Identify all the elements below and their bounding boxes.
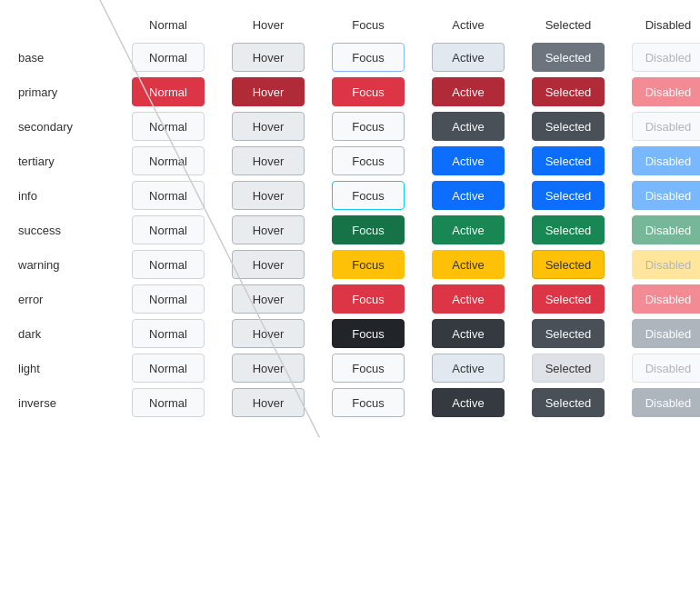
row-label-dark: dark bbox=[18, 327, 118, 341]
btn-primary-hover[interactable]: Hover bbox=[232, 77, 305, 106]
btn-dark-selected[interactable]: Selected bbox=[532, 319, 605, 348]
btn-base-selected[interactable]: Selected bbox=[532, 43, 605, 72]
btn-secondary-disabled[interactable]: Disabled bbox=[632, 112, 700, 141]
btn-secondary-active[interactable]: Active bbox=[432, 112, 505, 141]
btn-inverse-hover[interactable]: Hover bbox=[232, 388, 305, 417]
cell-tertiary-selected: Selected bbox=[518, 146, 618, 175]
btn-success-active[interactable]: Active bbox=[432, 215, 505, 244]
cell-inverse-disabled: Disabled bbox=[618, 388, 700, 417]
btn-warning-hover[interactable]: Hover bbox=[232, 250, 305, 279]
btn-info-selected[interactable]: Selected bbox=[532, 181, 605, 210]
cell-error-focus: Focus bbox=[318, 284, 418, 314]
cell-error-normal: Normal bbox=[118, 284, 218, 314]
cell-warning-disabled: Disabled bbox=[618, 250, 700, 279]
btn-success-selected[interactable]: Selected bbox=[532, 215, 605, 244]
btn-info-disabled[interactable]: Disabled bbox=[632, 181, 700, 210]
btn-primary-normal[interactable]: Normal bbox=[132, 77, 205, 106]
btn-tertiary-disabled[interactable]: Disabled bbox=[632, 146, 700, 175]
btn-base-focus[interactable]: Focus bbox=[332, 43, 405, 72]
btn-secondary-selected[interactable]: Selected bbox=[532, 112, 605, 141]
btn-base-normal[interactable]: Normal bbox=[132, 43, 205, 72]
btn-tertiary-focus[interactable]: Focus bbox=[332, 146, 405, 175]
btn-error-normal[interactable]: Normal bbox=[132, 284, 205, 314]
row-label-inverse: inverse bbox=[18, 396, 118, 410]
row-base: baseNormalHoverFocusActiveSelectedDisabl… bbox=[18, 43, 682, 72]
btn-inverse-disabled[interactable]: Disabled bbox=[632, 388, 700, 417]
cell-dark-hover: Hover bbox=[218, 319, 318, 348]
btn-warning-normal[interactable]: Normal bbox=[132, 250, 205, 279]
btn-inverse-normal[interactable]: Normal bbox=[132, 388, 205, 417]
cell-info-active: Active bbox=[418, 181, 518, 210]
btn-light-hover[interactable]: Hover bbox=[232, 354, 305, 383]
btn-secondary-normal[interactable]: Normal bbox=[132, 112, 205, 141]
cell-secondary-hover: Hover bbox=[218, 112, 318, 141]
btn-tertiary-normal[interactable]: Normal bbox=[132, 146, 205, 175]
btn-success-disabled[interactable]: Disabled bbox=[632, 215, 700, 244]
btn-secondary-focus[interactable]: Focus bbox=[332, 112, 405, 141]
cell-info-hover: Hover bbox=[218, 181, 318, 210]
btn-secondary-hover[interactable]: Hover bbox=[232, 112, 305, 141]
col-header-disabled: Disabled bbox=[618, 15, 700, 35]
cell-warning-selected: Selected bbox=[518, 250, 618, 279]
btn-dark-normal[interactable]: Normal bbox=[132, 319, 205, 348]
btn-error-focus[interactable]: Focus bbox=[332, 284, 405, 314]
btn-success-hover[interactable]: Hover bbox=[232, 215, 305, 244]
col-header-selected: Selected bbox=[518, 15, 618, 35]
cell-base-selected: Selected bbox=[518, 43, 618, 72]
btn-inverse-selected[interactable]: Selected bbox=[532, 388, 605, 417]
btn-light-disabled[interactable]: Disabled bbox=[632, 354, 700, 383]
cell-success-focus: Focus bbox=[318, 215, 418, 244]
btn-base-active[interactable]: Active bbox=[432, 43, 505, 72]
btn-info-focus[interactable]: Focus bbox=[332, 181, 405, 210]
row-info: infoNormalHoverFocusActiveSelectedDisabl… bbox=[18, 181, 682, 210]
btn-dark-hover[interactable]: Hover bbox=[232, 319, 305, 348]
btn-dark-active[interactable]: Active bbox=[432, 319, 505, 348]
cell-warning-normal: Normal bbox=[118, 250, 218, 279]
btn-tertiary-active[interactable]: Active bbox=[432, 146, 505, 175]
btn-light-active[interactable]: Active bbox=[432, 354, 505, 383]
cell-dark-active: Active bbox=[418, 319, 518, 348]
cell-primary-normal: Normal bbox=[118, 77, 218, 106]
cell-success-active: Active bbox=[418, 215, 518, 244]
btn-dark-focus[interactable]: Focus bbox=[332, 319, 405, 348]
btn-success-focus[interactable]: Focus bbox=[332, 215, 405, 244]
cell-base-normal: Normal bbox=[118, 43, 218, 72]
btn-inverse-active[interactable]: Active bbox=[432, 388, 505, 417]
btn-error-hover[interactable]: Hover bbox=[232, 284, 305, 314]
btn-light-selected[interactable]: Selected bbox=[532, 354, 605, 383]
btn-warning-active[interactable]: Active bbox=[432, 250, 505, 279]
btn-error-selected[interactable]: Selected bbox=[532, 284, 605, 314]
btn-info-hover[interactable]: Hover bbox=[232, 181, 305, 210]
row-primary: primaryNormalHoverFocusActiveSelectedDis… bbox=[18, 77, 682, 106]
btn-base-disabled[interactable]: Disabled bbox=[632, 43, 700, 72]
btn-info-normal[interactable]: Normal bbox=[132, 181, 205, 210]
btn-primary-selected[interactable]: Selected bbox=[532, 77, 605, 106]
btn-warning-selected[interactable]: Selected bbox=[532, 250, 605, 279]
cell-success-selected: Selected bbox=[518, 215, 618, 244]
btn-error-active[interactable]: Active bbox=[432, 284, 505, 314]
btn-light-normal[interactable]: Normal bbox=[132, 354, 205, 383]
btn-base-hover[interactable]: Hover bbox=[232, 43, 305, 72]
cell-error-disabled: Disabled bbox=[618, 284, 700, 314]
btn-warning-disabled[interactable]: Disabled bbox=[632, 250, 700, 279]
btn-warning-focus[interactable]: Focus bbox=[332, 250, 405, 279]
cell-primary-disabled: Disabled bbox=[618, 77, 700, 106]
cell-error-hover: Hover bbox=[218, 284, 318, 314]
row-error: errorNormalHoverFocusActiveSelectedDisab… bbox=[18, 284, 682, 314]
btn-info-active[interactable]: Active bbox=[432, 181, 505, 210]
btn-tertiary-selected[interactable]: Selected bbox=[532, 146, 605, 175]
btn-primary-focus[interactable]: Focus bbox=[332, 77, 405, 106]
btn-dark-disabled[interactable]: Disabled bbox=[632, 319, 700, 348]
btn-inverse-focus[interactable]: Focus bbox=[332, 388, 405, 417]
cell-info-selected: Selected bbox=[518, 181, 618, 210]
btn-tertiary-hover[interactable]: Hover bbox=[232, 146, 305, 175]
row-label-info: info bbox=[18, 189, 118, 203]
col-label-empty bbox=[18, 15, 118, 35]
btn-primary-disabled[interactable]: Disabled bbox=[632, 77, 700, 106]
btn-error-disabled[interactable]: Disabled bbox=[632, 284, 700, 314]
btn-light-focus[interactable]: Focus bbox=[332, 354, 405, 383]
row-light: lightNormalHoverFocusActiveSelectedDisab… bbox=[18, 354, 682, 383]
btn-primary-active[interactable]: Active bbox=[432, 77, 505, 106]
cell-secondary-focus: Focus bbox=[318, 112, 418, 141]
btn-success-normal[interactable]: Normal bbox=[132, 215, 205, 244]
